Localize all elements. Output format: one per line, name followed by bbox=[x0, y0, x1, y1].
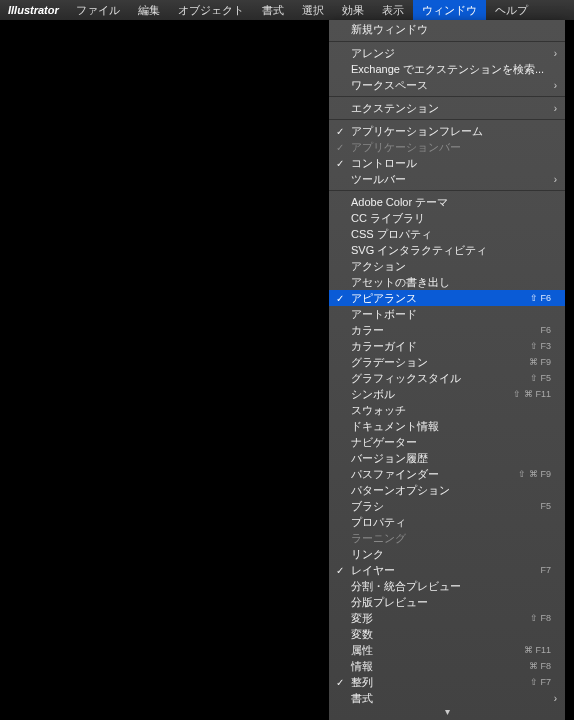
menu-書式[interactable]: 書式 bbox=[253, 0, 293, 20]
menu-shortcut: ⇧ F5 bbox=[530, 373, 551, 383]
menu-item-コントロール[interactable]: ✓コントロール bbox=[329, 155, 565, 171]
menu-item-変数[interactable]: 変数 bbox=[329, 626, 565, 642]
menu-item-label: バージョン履歴 bbox=[351, 451, 428, 466]
menu-item-label: CC ライブラリ bbox=[351, 211, 425, 226]
menu-item-パターンオプション[interactable]: パターンオプション bbox=[329, 482, 565, 498]
menu-item-グラフィックスタイル[interactable]: グラフィックスタイル⇧ F5 bbox=[329, 370, 565, 386]
scroll-down-icon[interactable]: ▾ bbox=[329, 706, 565, 720]
menu-item-label: 情報 bbox=[351, 659, 373, 674]
menu-item-label: グラデーション bbox=[351, 355, 428, 370]
menu-item-ブラシ[interactable]: ブラシF5 bbox=[329, 498, 565, 514]
menu-item-アクション[interactable]: アクション bbox=[329, 258, 565, 274]
menu-item-label: レイヤー bbox=[351, 563, 395, 578]
menu-item-label: 新規ウィンドウ bbox=[351, 22, 428, 37]
menu-item-ツールバー[interactable]: ツールバー› bbox=[329, 171, 565, 187]
menu-item-label: グラフィックスタイル bbox=[351, 371, 461, 386]
menu-item-新規ウィンドウ[interactable]: 新規ウィンドウ bbox=[329, 20, 565, 38]
menu-item-パスファインダー[interactable]: パスファインダー⇧ ⌘ F9 bbox=[329, 466, 565, 482]
menu-item-プロパティ[interactable]: プロパティ bbox=[329, 514, 565, 530]
menu-item-label: パスファインダー bbox=[351, 467, 439, 482]
menu-item-整列[interactable]: ✓整列⇧ F7 bbox=[329, 674, 565, 690]
menu-item-スウォッチ[interactable]: スウォッチ bbox=[329, 402, 565, 418]
menu-item-カラー[interactable]: カラーF6 bbox=[329, 322, 565, 338]
menu-item-変形[interactable]: 変形⇧ F8 bbox=[329, 610, 565, 626]
menu-item-属性[interactable]: 属性⌘ F11 bbox=[329, 642, 565, 658]
menu-item-CC ライブラリ[interactable]: CC ライブラリ bbox=[329, 210, 565, 226]
menu-shortcut: ⇧ ⌘ F11 bbox=[513, 389, 551, 399]
menu-item-アピアランス[interactable]: ✓アピアランス⇧ F6 bbox=[329, 290, 565, 306]
menu-shortcut: ⌘ F9 bbox=[529, 357, 551, 367]
menu-item-Adobe Color テーマ[interactable]: Adobe Color テーマ bbox=[329, 194, 565, 210]
menubar: Illustrator ファイル編集オブジェクト書式選択効果表示ウィンドウヘルプ bbox=[0, 0, 574, 20]
menu-item-レイヤー[interactable]: ✓レイヤーF7 bbox=[329, 562, 565, 578]
submenu-arrow-icon: › bbox=[554, 80, 557, 91]
submenu-arrow-icon: › bbox=[554, 174, 557, 185]
menu-item-label: 整列 bbox=[351, 675, 373, 690]
check-icon: ✓ bbox=[336, 126, 344, 137]
menu-item-書式[interactable]: 書式› bbox=[329, 690, 565, 706]
menu-item-label: アレンジ bbox=[351, 46, 395, 61]
menu-item-label: アピアランス bbox=[351, 291, 417, 306]
menu-item-label: 変形 bbox=[351, 611, 373, 626]
menu-編集[interactable]: 編集 bbox=[129, 0, 169, 20]
check-icon: ✓ bbox=[336, 142, 344, 153]
menu-item-Exchange でエクステンションを検索...[interactable]: Exchange でエクステンションを検索... bbox=[329, 61, 565, 77]
menu-item-label: ラーニング bbox=[351, 531, 406, 546]
menu-item-label: Exchange でエクステンションを検索... bbox=[351, 62, 544, 77]
menu-item-アプリケーションフレーム[interactable]: ✓アプリケーションフレーム bbox=[329, 123, 565, 139]
menu-separator bbox=[329, 119, 565, 120]
menu-shortcut: ⇧ ⌘ F9 bbox=[518, 469, 551, 479]
check-icon: ✓ bbox=[336, 158, 344, 169]
check-icon: ✓ bbox=[336, 293, 344, 304]
menu-item-SVG インタラクティビティ[interactable]: SVG インタラクティビティ bbox=[329, 242, 565, 258]
menu-item-リンク[interactable]: リンク bbox=[329, 546, 565, 562]
menu-item-label: アプリケーションバー bbox=[351, 140, 461, 155]
submenu-arrow-icon: › bbox=[554, 48, 557, 59]
menu-shortcut: F5 bbox=[540, 501, 551, 511]
menu-item-CSS プロパティ[interactable]: CSS プロパティ bbox=[329, 226, 565, 242]
menu-item-分割・統合プレビュー[interactable]: 分割・統合プレビュー bbox=[329, 578, 565, 594]
menu-item-label: CSS プロパティ bbox=[351, 227, 432, 242]
menu-shortcut: F7 bbox=[540, 565, 551, 575]
menu-item-アセットの書き出し[interactable]: アセットの書き出し bbox=[329, 274, 565, 290]
menu-item-label: SVG インタラクティビティ bbox=[351, 243, 487, 258]
menu-選択[interactable]: 選択 bbox=[293, 0, 333, 20]
menu-item-グラデーション[interactable]: グラデーション⌘ F9 bbox=[329, 354, 565, 370]
window-menu-dropdown: 新規ウィンドウアレンジ›Exchange でエクステンションを検索...ワークス… bbox=[329, 20, 565, 720]
menu-item-カラーガイド[interactable]: カラーガイド⇧ F3 bbox=[329, 338, 565, 354]
submenu-arrow-icon: › bbox=[554, 693, 557, 704]
menu-ウィンドウ[interactable]: ウィンドウ bbox=[413, 0, 486, 20]
menu-item-label: ナビゲーター bbox=[351, 435, 417, 450]
menu-separator bbox=[329, 41, 565, 42]
menu-item-ナビゲーター[interactable]: ナビゲーター bbox=[329, 434, 565, 450]
menu-item-label: プロパティ bbox=[351, 515, 406, 530]
menu-item-情報[interactable]: 情報⌘ F8 bbox=[329, 658, 565, 674]
menu-item-label: ツールバー bbox=[351, 172, 406, 187]
menu-表示[interactable]: 表示 bbox=[373, 0, 413, 20]
menu-item-label: アートボード bbox=[351, 307, 417, 322]
menu-オブジェクト[interactable]: オブジェクト bbox=[169, 0, 253, 20]
check-icon: ✓ bbox=[336, 677, 344, 688]
menu-item-label: コントロール bbox=[351, 156, 417, 171]
menu-item-label: ドキュメント情報 bbox=[351, 419, 439, 434]
menu-ヘルプ[interactable]: ヘルプ bbox=[486, 0, 537, 20]
menu-item-エクステンション[interactable]: エクステンション› bbox=[329, 100, 565, 116]
menu-shortcut: ⇧ F8 bbox=[530, 613, 551, 623]
menu-separator bbox=[329, 190, 565, 191]
menu-ファイル[interactable]: ファイル bbox=[67, 0, 129, 20]
menu-item-分版プレビュー[interactable]: 分版プレビュー bbox=[329, 594, 565, 610]
menu-効果[interactable]: 効果 bbox=[333, 0, 373, 20]
menu-item-バージョン履歴[interactable]: バージョン履歴 bbox=[329, 450, 565, 466]
menu-shortcut: ⌘ F8 bbox=[529, 661, 551, 671]
menu-item-label: ブラシ bbox=[351, 499, 384, 514]
menu-item-label: エクステンション bbox=[351, 101, 439, 116]
menu-item-アートボード[interactable]: アートボード bbox=[329, 306, 565, 322]
menu-item-アレンジ[interactable]: アレンジ› bbox=[329, 45, 565, 61]
menu-item-シンボル[interactable]: シンボル⇧ ⌘ F11 bbox=[329, 386, 565, 402]
menu-item-ワークスペース[interactable]: ワークスペース› bbox=[329, 77, 565, 93]
menu-item-label: スウォッチ bbox=[351, 403, 406, 418]
menu-item-label: 分割・統合プレビュー bbox=[351, 579, 461, 594]
menu-item-ドキュメント情報[interactable]: ドキュメント情報 bbox=[329, 418, 565, 434]
menu-item-label: 書式 bbox=[351, 691, 373, 706]
menu-item-label: 変数 bbox=[351, 627, 373, 642]
